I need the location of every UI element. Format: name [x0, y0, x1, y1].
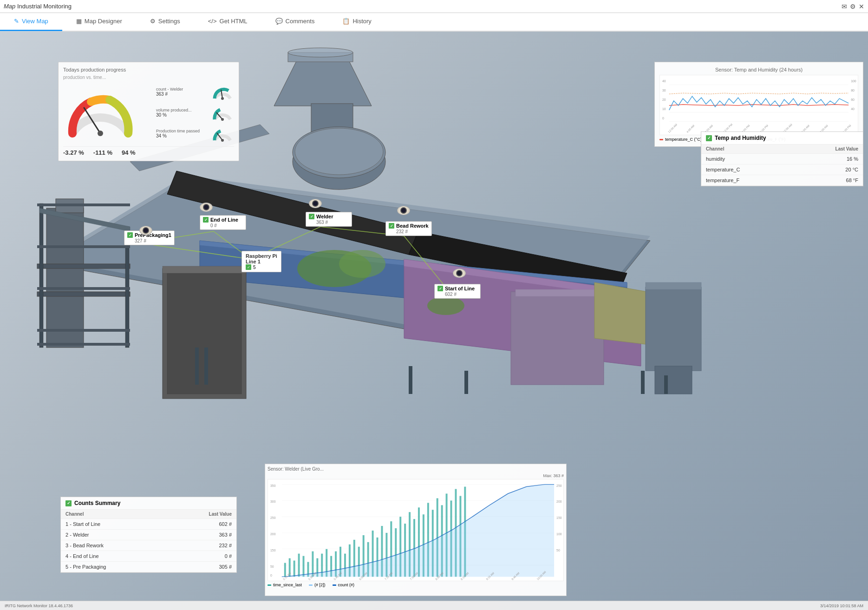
camera-eye-2 — [309, 199, 322, 208]
main-content: Todays production progress production vs… — [0, 32, 868, 610]
marker-end-of-line[interactable]: ✓ End of Line 0 # — [200, 215, 246, 230]
svg-text:0: 0 — [270, 574, 272, 577]
legend-temp-c: temperature_C (°C) — [659, 137, 702, 142]
svg-rect-34 — [511, 292, 604, 385]
nav-comments[interactable]: 💬 Comments — [261, 13, 329, 31]
nav-map-designer[interactable]: ▦ Map Designer — [62, 13, 136, 31]
svg-rect-49 — [464, 371, 468, 394]
pi-value-row: ✓ 5 — [246, 264, 277, 270]
statusbar-left: IRITG Network Monitor 18.4.46.1736 — [5, 603, 73, 608]
svg-rect-2 — [46, 208, 84, 348]
svg-rect-5 — [37, 292, 130, 296]
marker-bead-rework[interactable]: ✓ Bead Rework 232 # — [385, 221, 432, 236]
temp-table-check-icon: ✓ — [706, 135, 712, 141]
svg-rect-6 — [39, 203, 43, 348]
counts-th-channel: Channel — [65, 512, 185, 517]
marker-welder-value: 363 # — [309, 220, 349, 225]
marker-bead-rework-check-icon: ✓ — [389, 223, 394, 229]
svg-rect-107 — [303, 556, 305, 577]
welder-chart-max: Max: 363 # — [268, 473, 564, 478]
legend-dot-time-since — [268, 584, 271, 586]
titlebar: Map Industrial Monitoring ✉ ⚙ ✕ — [0, 0, 868, 13]
statusbar: IRITG Network Monitor 18.4.46.1736 3/14/… — [0, 601, 868, 610]
legend-dot-count-2 — [309, 584, 313, 586]
temp-chart-title: Sensor: Temp and Humidity (24 hours) — [659, 67, 858, 72]
counts-row-2: 2 - Welder 363 # — [61, 530, 236, 540]
counts-row-1: 1 - Start of Line 602 # — [61, 519, 236, 530]
welder-chart-panel: Sensor: Welder (Live Gro... Max: 363 # 3… — [265, 464, 567, 596]
svg-point-20 — [295, 128, 383, 175]
nav-settings[interactable]: ⚙ Settings — [136, 13, 194, 31]
nav-get-html[interactable]: </> Get HTML — [194, 13, 261, 31]
svg-text:30: 30 — [662, 89, 666, 92]
svg-text:300: 300 — [270, 500, 276, 503]
svg-rect-35 — [516, 289, 599, 296]
temp-row-temp-c: temperature_C 20 °C — [701, 164, 863, 175]
temp-table-title-row: ✓ Temp and Humidity — [701, 132, 863, 144]
svg-rect-46 — [195, 348, 199, 385]
small-gauge-2: volume produced... 30 % — [156, 103, 234, 122]
svg-rect-106 — [298, 554, 300, 577]
marker-pre-packaging-check-icon: ✓ — [127, 232, 133, 238]
temp-table-header: Channel Last Value — [701, 144, 863, 154]
svg-rect-51 — [664, 375, 668, 394]
pi-value: 5 — [253, 265, 256, 270]
view-map-icon: ✎ — [14, 18, 19, 25]
small-gauge-1: count - Welder 363 # — [156, 82, 234, 101]
svg-text:20: 20 — [662, 98, 666, 101]
stat-2: -111 % — [93, 149, 112, 156]
svg-text:100: 100 — [556, 532, 562, 536]
marker-bead-rework-value: 232 # — [389, 229, 429, 234]
pi-line: Line 1 — [246, 259, 277, 264]
svg-rect-50 — [641, 371, 645, 394]
camera-eye-1 — [200, 203, 213, 212]
nav-map-designer-label: Map Designer — [85, 18, 122, 25]
prod-subtitle: production vs. time... — [63, 75, 234, 80]
welder-chart-legend: time_since_last (# [2]) count (#) — [268, 583, 564, 587]
temp-row-temp-f: temperature_F 68 °F — [701, 175, 863, 186]
svg-text:4:00 AM: 4:00 AM — [686, 124, 695, 133]
svg-point-56 — [221, 97, 224, 100]
welder-chart-title: Sensor: Welder (Live Gro... — [268, 466, 564, 472]
counts-summary-panel: ✓ Counts Summary Channel Last Value 1 - … — [60, 497, 237, 573]
camera-eye-3 — [397, 206, 410, 215]
nav-settings-label: Settings — [158, 18, 180, 25]
counts-title: Counts Summary — [74, 500, 120, 506]
marker-check-icon: ✓ — [203, 217, 209, 223]
prod-title: Todays production progress — [63, 67, 234, 72]
main-gauge — [63, 82, 137, 143]
marker-welder[interactable]: ✓ Welder 363 # — [306, 212, 352, 227]
small-gauges: count - Welder 363 # volume produced... … — [156, 82, 234, 143]
svg-text:150: 150 — [556, 516, 562, 519]
pi-title: Raspberry Pi — [246, 253, 277, 259]
close-icon[interactable]: ✕ — [859, 3, 864, 10]
svg-rect-12 — [37, 343, 130, 346]
marker-end-of-line-value: 0 # — [203, 223, 243, 228]
camera-eye-5 — [453, 269, 466, 278]
nav-history[interactable]: 📋 History — [328, 13, 385, 31]
settings-icon[interactable]: ⚙ — [850, 3, 856, 10]
marker-start-of-line-check-icon: ✓ — [437, 286, 443, 291]
counts-th-value: Last Value — [185, 512, 232, 517]
legend-dot-count — [333, 584, 336, 586]
svg-rect-38 — [646, 282, 701, 289]
svg-text:12:00 AM: 12:00 AM — [667, 123, 678, 133]
marker-start-of-line[interactable]: ✓ Start of Line 602 # — [434, 284, 481, 299]
raspberry-pi-marker[interactable]: Raspberry Pi Line 1 ✓ 5 — [241, 251, 281, 272]
marker-welder-check-icon: ✓ — [309, 214, 314, 219]
svg-point-58 — [221, 118, 224, 121]
stats-row: -3.27 % -111 % 94 % — [63, 146, 234, 156]
legend-dot-temp-c — [659, 139, 663, 140]
svg-text:10: 10 — [662, 107, 666, 111]
temp-row-humidity: humidity 16 % — [701, 154, 863, 164]
nav-view-map-label: View Map — [22, 18, 48, 25]
history-icon: 📋 — [342, 18, 350, 25]
nav-view-map[interactable]: ✎ View Map — [0, 13, 62, 31]
svg-text:0: 0 — [662, 117, 664, 120]
envelope-icon[interactable]: ✉ — [842, 3, 847, 10]
svg-text:200: 200 — [556, 500, 562, 503]
svg-point-17 — [288, 48, 353, 57]
marker-start-of-line-title: ✓ Start of Line — [437, 286, 477, 291]
counts-row-3: 3 - Bead Rework 232 # — [61, 540, 236, 551]
svg-rect-10 — [37, 287, 130, 290]
